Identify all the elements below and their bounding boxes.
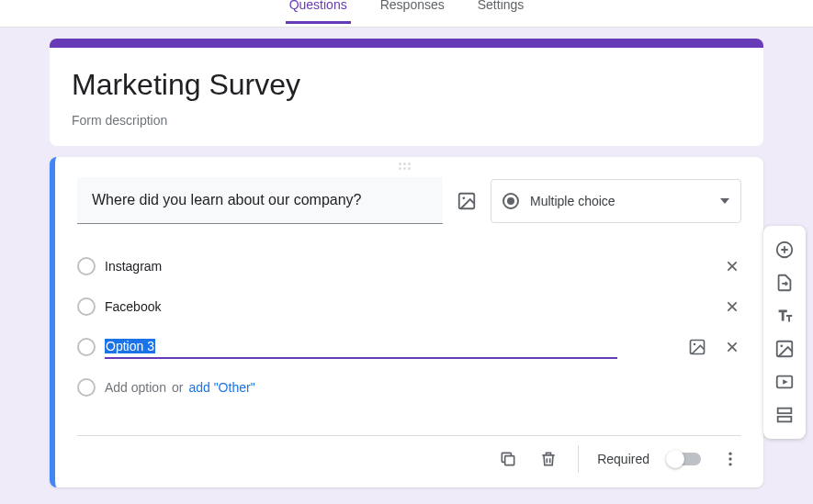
or-text: or xyxy=(172,380,183,395)
add-image-button[interactable] xyxy=(768,332,801,365)
radio-empty-icon xyxy=(77,338,96,356)
copy-icon xyxy=(499,450,517,468)
form-description[interactable]: Form description xyxy=(72,113,741,128)
radio-icon xyxy=(502,193,519,209)
question-footer: Required xyxy=(77,435,741,482)
form-header-card[interactable]: Marketing Survey Form description xyxy=(50,39,763,146)
drag-handle-icon[interactable] xyxy=(399,162,421,172)
video-icon xyxy=(774,372,795,392)
plus-circle-icon xyxy=(774,240,795,260)
option-row: Instagram xyxy=(77,246,741,286)
add-title-button[interactable] xyxy=(768,299,801,332)
side-toolbar xyxy=(763,226,806,439)
import-icon xyxy=(774,273,795,293)
svg-point-6 xyxy=(728,457,731,460)
duplicate-button[interactable] xyxy=(497,448,519,470)
options-list: Instagram Facebook Option 3 xyxy=(77,246,741,408)
image-icon xyxy=(688,338,706,356)
tab-settings[interactable]: Settings xyxy=(474,0,528,24)
add-image-to-option-button[interactable] xyxy=(688,338,706,356)
form-tabs: Questions Responses Settings xyxy=(0,0,813,28)
option-row: Option 3 xyxy=(77,327,741,367)
trash-icon xyxy=(539,450,558,468)
more-options-button[interactable] xyxy=(719,448,741,470)
question-header-row: Multiple choice xyxy=(77,177,741,224)
svg-point-5 xyxy=(728,453,731,455)
more-vertical-icon xyxy=(721,450,740,468)
form-canvas: Marketing Survey Form description Multip… xyxy=(0,28,813,487)
question-type-select[interactable]: Multiple choice xyxy=(491,179,741,223)
add-option-link[interactable]: Add option xyxy=(105,380,166,395)
radio-empty-icon xyxy=(77,378,96,397)
required-toggle[interactable] xyxy=(668,453,701,465)
remove-option-button[interactable] xyxy=(723,257,741,275)
form-title[interactable]: Marketing Survey xyxy=(72,68,741,102)
add-image-to-question-button[interactable] xyxy=(456,190,478,212)
question-card: Multiple choice Instagram Facebook xyxy=(50,157,763,487)
option-label[interactable]: Facebook xyxy=(105,296,723,318)
import-questions-button[interactable] xyxy=(768,266,801,299)
add-video-button[interactable] xyxy=(768,365,801,398)
tab-questions[interactable]: Questions xyxy=(286,0,351,24)
tab-responses[interactable]: Responses xyxy=(377,0,448,24)
required-label: Required xyxy=(597,452,649,466)
add-question-button[interactable] xyxy=(768,233,801,266)
delete-button[interactable] xyxy=(537,448,559,470)
add-option-row: Add option or add "Other" xyxy=(77,367,741,408)
close-icon xyxy=(725,299,740,314)
image-icon xyxy=(457,191,477,211)
add-section-button[interactable] xyxy=(768,398,801,431)
remove-option-button[interactable] xyxy=(723,297,741,316)
option-input-editing[interactable]: Option 3 xyxy=(105,335,617,359)
svg-rect-12 xyxy=(778,409,792,414)
chevron-down-icon xyxy=(720,198,729,204)
text-icon xyxy=(774,306,795,326)
close-icon xyxy=(725,340,740,354)
svg-rect-4 xyxy=(505,456,514,465)
add-other-link[interactable]: add "Other" xyxy=(188,380,254,395)
option-label[interactable]: Instagram xyxy=(105,255,723,277)
svg-point-10 xyxy=(780,344,783,347)
question-type-label: Multiple choice xyxy=(530,194,720,208)
svg-rect-13 xyxy=(778,417,792,422)
svg-point-1 xyxy=(462,196,465,199)
question-text-input[interactable] xyxy=(77,177,443,224)
divider xyxy=(578,445,579,473)
section-icon xyxy=(774,405,795,425)
image-icon xyxy=(774,339,795,359)
radio-empty-icon xyxy=(77,257,96,275)
radio-empty-icon xyxy=(77,297,96,316)
svg-point-3 xyxy=(694,343,696,346)
svg-point-7 xyxy=(728,463,731,465)
close-icon xyxy=(725,259,740,274)
remove-option-button[interactable] xyxy=(723,338,741,356)
option-row: Facebook xyxy=(77,286,741,327)
